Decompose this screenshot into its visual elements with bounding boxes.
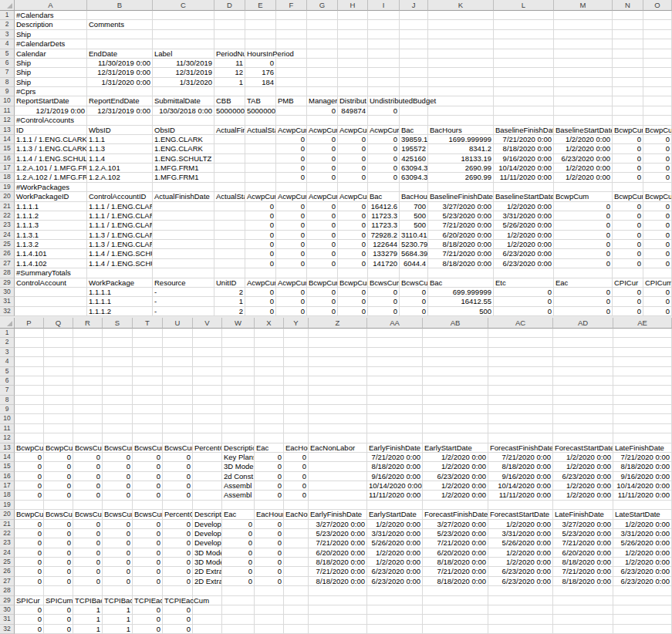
cell-AE21[interactable]: 1/2/2020 0:00	[613, 520, 672, 529]
cell-I2[interactable]	[368, 20, 400, 29]
cell-B30[interactable]: 1.1.1.1	[87, 288, 153, 297]
row-header-21[interactable]: 21	[0, 520, 15, 529]
row-header-14[interactable]: 14	[0, 135, 15, 144]
cell-H15[interactable]: 0	[338, 144, 368, 153]
cell-V22[interactable]: Develop	[193, 529, 222, 538]
cell-Z19[interactable]	[309, 501, 367, 510]
cell-F11[interactable]	[276, 106, 307, 116]
cell-AB7[interactable]	[423, 386, 488, 395]
cell-T5[interactable]	[133, 367, 163, 376]
cell-AC22[interactable]: 3/31/2020 0:00	[488, 529, 553, 538]
cell-Z25[interactable]: 8/18/2020 0:00	[309, 558, 367, 567]
cell-Y21[interactable]	[284, 520, 309, 529]
cell-Y18[interactable]: 0	[284, 491, 309, 500]
cell-AA22[interactable]: 3/31/2020 0:00	[367, 529, 423, 538]
cell-AC24[interactable]: 1/2/2020 0:00	[488, 548, 553, 558]
cell-K6[interactable]	[428, 59, 494, 68]
cell-AD23[interactable]: 7/21/2020 0:00	[553, 538, 613, 548]
cell-B26[interactable]: 1.1.4 / 1.ENG.SCHULTZ	[87, 249, 153, 258]
cell-G28[interactable]	[307, 268, 338, 278]
cell-S25[interactable]: 0	[103, 558, 133, 567]
cell-B10[interactable]: ReportEndDate	[87, 96, 153, 106]
cell-J11[interactable]	[400, 106, 428, 116]
cell-F6[interactable]	[276, 59, 307, 68]
row-header-32[interactable]: 32	[0, 307, 15, 316]
cell-AE23[interactable]: 5/26/2020 0:00	[613, 538, 672, 548]
cell-H29[interactable]: BcwpCur	[338, 278, 368, 288]
row-header-28[interactable]: 28	[0, 268, 15, 278]
cell-F17[interactable]: 0	[276, 164, 307, 173]
cell-Z2[interactable]	[309, 338, 367, 347]
row-header-22[interactable]: 22	[0, 529, 15, 538]
cell-AD26[interactable]: 7/21/2020 0:00	[553, 567, 613, 576]
cell-V15[interactable]	[193, 462, 222, 471]
cell-AB31[interactable]	[423, 615, 488, 624]
cell-V12[interactable]	[193, 433, 222, 443]
cell-H31[interactable]: 0	[338, 297, 368, 306]
cell-R24[interactable]: 0	[73, 548, 103, 558]
cell-K10[interactable]	[428, 96, 494, 106]
cell-B31[interactable]: 1.1.1.1	[87, 297, 153, 306]
cell-Q10[interactable]	[44, 414, 73, 423]
cell-V14[interactable]	[193, 453, 222, 462]
cell-W14[interactable]: Key Plans	[222, 453, 255, 462]
cell-F29[interactable]: AcwpCur	[276, 278, 307, 288]
cell-B1[interactable]	[87, 11, 153, 20]
cell-X14[interactable]: 0	[255, 453, 284, 462]
cell-X11[interactable]	[255, 424, 284, 433]
cell-V4[interactable]	[193, 357, 222, 366]
cell-J6[interactable]	[400, 59, 428, 68]
cell-AA24[interactable]: 1/2/2020 0:00	[367, 548, 423, 558]
cell-Q29[interactable]: SPICum	[44, 596, 73, 605]
cell-Q31[interactable]: 0	[44, 615, 73, 624]
cell-U29[interactable]: TCPIEacCum	[163, 596, 193, 605]
cell-AB25[interactable]: 8/18/2020 0:00	[423, 558, 488, 567]
cell-D26[interactable]	[214, 249, 245, 258]
cell-M30[interactable]: 0	[554, 288, 613, 297]
cell-R12[interactable]	[73, 433, 103, 443]
cell-B9[interactable]	[87, 87, 153, 96]
cell-A3[interactable]: Ship	[15, 30, 87, 39]
cell-E11[interactable]: 5000000	[245, 106, 276, 116]
cell-N26[interactable]: 0	[613, 249, 643, 258]
cell-I30[interactable]: 0	[368, 288, 400, 297]
cell-I20[interactable]: Bac	[368, 192, 400, 201]
cell-AD19[interactable]	[553, 501, 613, 510]
cell-AA30[interactable]	[367, 605, 423, 615]
cell-AD14[interactable]: 1/2/2020 0:00	[553, 453, 613, 462]
cell-AB8[interactable]	[423, 396, 488, 405]
cell-AA15[interactable]: 8/18/2020 0:00	[367, 462, 423, 471]
cell-U10[interactable]	[163, 414, 193, 423]
cell-X4[interactable]	[255, 357, 284, 366]
cell-T20[interactable]: BcwsCurHours	[133, 510, 163, 519]
column-header-AC[interactable]: AC	[488, 318, 553, 329]
cell-AB18[interactable]: 1/2/2020 0:00	[423, 491, 488, 500]
cell-S14[interactable]: 0	[103, 453, 133, 462]
cell-AA31[interactable]	[367, 615, 423, 624]
cell-S27[interactable]: 0	[103, 577, 133, 586]
cell-A19[interactable]: #WorkPackages	[15, 183, 87, 192]
row-header-24[interactable]: 24	[0, 548, 15, 558]
cell-V21[interactable]: Develop	[193, 520, 222, 529]
cell-AC4[interactable]	[488, 357, 553, 366]
cell-V11[interactable]	[193, 424, 222, 433]
cell-F16[interactable]: 0	[276, 154, 307, 164]
cell-O3[interactable]	[643, 30, 672, 39]
cell-V18[interactable]	[193, 491, 222, 500]
cell-U11[interactable]	[163, 424, 193, 433]
cell-AA12[interactable]	[367, 433, 423, 443]
cell-V24[interactable]: 3D Mode	[193, 548, 222, 558]
row-header-32[interactable]: 32	[0, 625, 15, 634]
cell-A25[interactable]: 1.1.3.2	[15, 240, 87, 249]
cell-P32[interactable]: 0	[15, 625, 44, 634]
cell-U8[interactable]	[163, 396, 193, 405]
cell-AC18[interactable]: 11/11/2020 0:00	[488, 491, 553, 500]
cell-C14[interactable]: 1.ENG.CLARK	[153, 135, 214, 144]
cell-L3[interactable]	[494, 30, 554, 39]
cell-L16[interactable]: 9/16/2020 0:00	[494, 154, 554, 164]
column-header-Y[interactable]: Y	[284, 318, 309, 329]
cell-G13[interactable]: AcwpCumHours	[307, 126, 338, 135]
cell-W20[interactable]: Eac	[222, 510, 255, 519]
cell-D30[interactable]: 2	[214, 288, 245, 297]
cell-Z18[interactable]	[309, 491, 367, 500]
